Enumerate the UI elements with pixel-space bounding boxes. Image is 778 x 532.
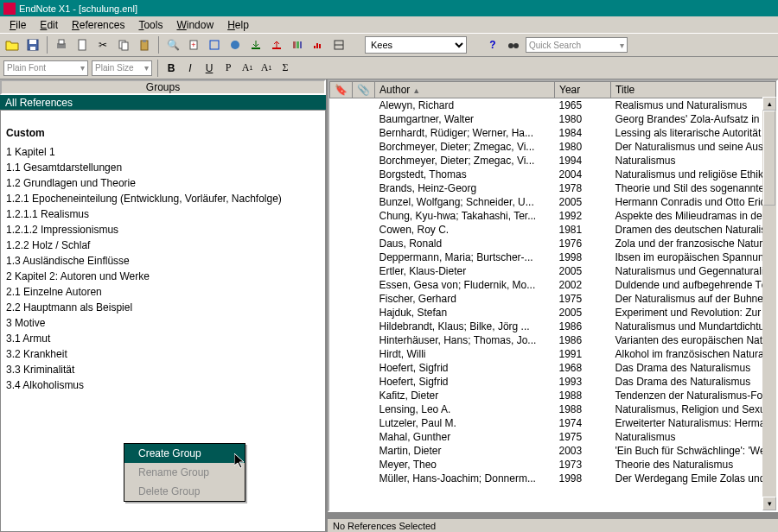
all-references-item[interactable]: All References: [0, 95, 326, 110]
group-item[interactable]: 1.2.1.1 Realismus: [6, 206, 320, 222]
table-row[interactable]: Alewyn, Richard1965Realismus und Natural…: [330, 98, 776, 113]
save-icon[interactable]: [24, 36, 41, 54]
col-author[interactable]: Author▲: [375, 82, 555, 98]
context-create-group[interactable]: Create Group: [124, 444, 245, 463]
table-row[interactable]: Brands, Heinz-Georg1978Theorie und Stil …: [330, 181, 776, 195]
table-row[interactable]: Fischer, Gerhard1975Der Naturalismus auf…: [330, 292, 776, 306]
import-icon[interactable]: [247, 36, 265, 54]
group-item[interactable]: 3.2 Krankheit: [6, 346, 320, 362]
subscript-button[interactable]: A1: [258, 60, 274, 76]
style-selector[interactable]: Kees: [365, 36, 467, 54]
table-row[interactable]: Borchmeyer, Dieter; Zmegac, Vi...1980Der…: [330, 140, 776, 154]
menu-references[interactable]: References: [66, 17, 131, 33]
table-row[interactable]: Mahal, Gunther1975Naturalismus: [330, 430, 776, 444]
library-icon[interactable]: [289, 36, 306, 54]
table-row[interactable]: Meyer, Theo1973Theorie des Naturalismus: [330, 458, 776, 472]
superscript-button[interactable]: A1: [239, 60, 255, 76]
table-row[interactable]: Lutzeler, Paul M.1974Erweiterter Natural…: [330, 416, 776, 430]
group-item[interactable]: 1.2.1 Epocheneinteilung (Entwicklung, Vo…: [6, 191, 320, 206]
group-item[interactable]: 1.1 Gesamtdarstellungen: [6, 160, 320, 175]
cut-icon[interactable]: ✂: [94, 36, 112, 54]
group-item[interactable]: 1.3 Ausländische Einflüsse: [6, 253, 320, 269]
svg-rect-7: [122, 42, 128, 50]
table-row[interactable]: Borchmeyer, Dieter; Zmegac, Vi...1994Nat…: [330, 154, 776, 168]
table-row[interactable]: Hoefert, Sigfrid1968Das Drama des Natura…: [330, 361, 776, 375]
table-row[interactable]: Bunzel, Wolfgang; Schneider, U...2005Her…: [330, 195, 776, 209]
col-attach[interactable]: 📎: [353, 82, 375, 98]
table-row[interactable]: Baumgartner, Walter1980Georg Brandes' Zo…: [330, 112, 776, 126]
symbol-button[interactable]: Σ: [277, 60, 293, 76]
table-row[interactable]: Ertler, Klaus-Dieter2005Naturalismus und…: [330, 264, 776, 278]
table-row[interactable]: Hoefert, Sigfrid1993Das Drama des Natura…: [330, 375, 776, 389]
underline-button[interactable]: U: [201, 60, 217, 76]
italic-button[interactable]: I: [182, 60, 198, 76]
group-item[interactable]: 3.3 Kriminalität: [6, 362, 320, 377]
vertical-scrollbar[interactable]: ▴ ▾: [762, 97, 776, 510]
table-row[interactable]: Martin, Dieter2003'Ein Buch für Schwächl…: [330, 444, 776, 458]
table-row[interactable]: Daus, Ronald1976Zola und der franzosisch…: [330, 237, 776, 250]
quick-search-input[interactable]: Quick Search▾: [526, 37, 628, 53]
plain-button[interactable]: P: [220, 60, 236, 76]
table-row[interactable]: Bernhardt, Rüdiger; Werner, Ha...1984Les…: [330, 126, 776, 140]
group-item[interactable]: 1.2.1.2 Impressionismus: [6, 222, 320, 238]
separator: [47, 36, 48, 54]
table-row[interactable]: Kafitz, Dieter1988Tendenzen der Naturali…: [330, 389, 776, 402]
page-icon[interactable]: [73, 36, 91, 54]
paste-icon[interactable]: [136, 36, 153, 54]
folder-open-icon[interactable]: [3, 36, 21, 54]
menu-edit[interactable]: Edit: [34, 17, 64, 33]
group-item[interactable]: 1 Kapitel 1: [6, 144, 320, 160]
menu-window[interactable]: Window: [170, 17, 220, 33]
bold-button[interactable]: B: [163, 60, 179, 76]
group-item[interactable]: 1.2 Grundlagen und Theorie: [6, 175, 320, 191]
svg-point-13: [231, 41, 239, 49]
group-item[interactable]: 2.2 Hauptmann als Beispiel: [6, 300, 320, 315]
size-selector[interactable]: Plain Size▾: [92, 60, 152, 76]
menu-help[interactable]: Help: [221, 17, 255, 33]
svg-rect-17: [297, 41, 299, 48]
print-icon[interactable]: [53, 36, 70, 54]
table-row[interactable]: Deppermann, Maria; Burtscher-...1998Ibse…: [330, 250, 776, 264]
col-year[interactable]: Year: [555, 82, 611, 98]
col-title[interactable]: Title: [611, 82, 776, 98]
menu-tools[interactable]: Tools: [132, 17, 169, 33]
group-item[interactable]: 2 Kapitel 2: Autoren und Werke: [6, 269, 320, 284]
copy-icon[interactable]: [115, 36, 132, 54]
ref-icon[interactable]: [206, 36, 223, 54]
binoculars-icon[interactable]: [505, 36, 522, 54]
group-item[interactable]: 2.1 Einzelne Autoren: [6, 284, 320, 300]
scroll-up-icon[interactable]: ▴: [762, 97, 776, 111]
svg-point-25: [513, 43, 519, 48]
table-row[interactable]: Lensing, Leo A.1988Naturalismus, Religio…: [330, 402, 776, 416]
new-ref-icon[interactable]: +: [185, 36, 202, 54]
panel-icon[interactable]: [330, 36, 348, 54]
find-icon[interactable]: 🔍: [164, 36, 182, 54]
scroll-thumb[interactable]: [763, 111, 775, 206]
group-item[interactable]: 3 Motive: [6, 315, 320, 331]
group-item[interactable]: 1.2.2 Holz / Schlaf: [6, 238, 320, 253]
scroll-down-icon[interactable]: ▾: [762, 497, 776, 510]
table-row[interactable]: Cowen, Roy C.1981Dramen des deutschen Na…: [330, 223, 776, 237]
table-row[interactable]: Müller, Hans-Joachim; Donnerm...1998Der …: [330, 472, 776, 485]
groups-header: Groups: [0, 79, 326, 95]
col-flag[interactable]: 🔖: [330, 82, 353, 98]
table-row[interactable]: Chung, Kyu-hwa; Takahashi, Ter...1992Asp…: [330, 209, 776, 223]
export-icon[interactable]: [268, 36, 285, 54]
table-row[interactable]: Borgstedt, Thomas2004Naturalismus und re…: [330, 168, 776, 181]
help-icon[interactable]: ?: [484, 36, 501, 54]
font-selector[interactable]: Plain Font▾: [3, 60, 88, 76]
table-row[interactable]: Hildebrandt, Klaus; Bilke, Jörg ...1986N…: [330, 320, 776, 333]
svg-rect-2: [30, 47, 35, 50]
online-icon[interactable]: [226, 36, 244, 54]
chart-icon[interactable]: [309, 36, 327, 54]
table-row[interactable]: Essen, Gesa von; Fludernik, Mo...2002Dul…: [330, 278, 776, 292]
group-item[interactable]: 3.4 Alkoholismus: [6, 377, 320, 393]
toolbar-main: ✂ 🔍 + Kees ? Quick Search▾: [0, 33, 778, 57]
svg-rect-19: [314, 46, 316, 48]
table-row[interactable]: Hajduk, Stefan2005Experiment und Revolut…: [330, 306, 776, 320]
menu-file[interactable]: File: [3, 17, 32, 33]
separator: [157, 60, 158, 77]
group-item[interactable]: 3.1 Armut: [6, 331, 320, 346]
table-row[interactable]: Hinterhäuser, Hans; Thomas, Jo...1986Var…: [330, 333, 776, 347]
table-row[interactable]: Hirdt, Willi1991Alkohol im französischen…: [330, 347, 776, 361]
